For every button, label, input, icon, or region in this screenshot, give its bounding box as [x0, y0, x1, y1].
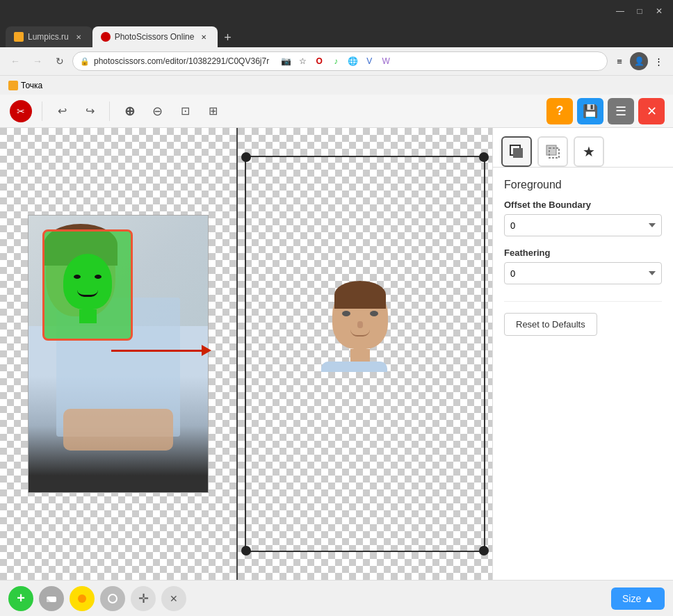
close-button[interactable]: ✕	[638, 98, 665, 124]
add-brush-button[interactable]: +	[8, 586, 33, 611]
size-button[interactable]: Size ▲	[611, 587, 665, 610]
corner-tr[interactable]	[479, 152, 489, 162]
corner-tl[interactable]	[241, 152, 251, 162]
arrow-line	[111, 350, 202, 352]
side-panel-content: Foreground Offset the Boundary 0 1 2 -1 …	[493, 168, 673, 580]
workspace: ★ Foreground Offset the Boundary 0 1 2 -…	[0, 128, 673, 580]
corner-br[interactable]	[479, 546, 489, 556]
side-panel: ★ Foreground Offset the Boundary 0 1 2 -…	[492, 128, 673, 580]
opera-icon[interactable]: O	[312, 54, 326, 68]
nav-bar: ← → ↻ 🔒 photoscissors.com/editor/1038229…	[0, 47, 673, 75]
panel-divider	[504, 301, 662, 302]
tab-photoscissors[interactable]: PhotoScissors Online ✕	[92, 26, 218, 47]
offset-label: Offset the Boundary	[504, 200, 662, 210]
sidebar-toggle[interactable]: ≡	[610, 52, 629, 70]
tab-foreground[interactable]	[501, 136, 532, 167]
side-panel-tabs: ★	[493, 128, 673, 168]
cancel-tool-button[interactable]: ✕	[161, 586, 186, 611]
toolbar-right: ? 💾 ☰ ✕	[546, 98, 665, 124]
new-tab-button[interactable]: +	[218, 28, 237, 47]
tab-background[interactable]	[537, 136, 568, 167]
zoom-actual-button[interactable]: ⊞	[202, 100, 224, 122]
menu-button[interactable]: ☰	[608, 98, 634, 124]
eraser-icon	[45, 592, 58, 605]
svg-text:✂: ✂	[17, 106, 25, 117]
move-button[interactable]: ✛	[131, 586, 156, 611]
scissors-favicon	[101, 32, 111, 42]
circle-brush-button[interactable]	[70, 586, 95, 611]
zoom-out-button[interactable]: ⊖	[146, 100, 168, 122]
maximize-button[interactable]: □	[631, 3, 648, 19]
app-container: ✂ ↩ ↪ ⊕ ⊖ ⊡ ⊞ ? 💾 ☰ ✕	[0, 95, 673, 616]
lock-icon: 🔒	[80, 57, 90, 66]
music-icon[interactable]: ♪	[329, 54, 343, 68]
bookmark-favicon	[8, 81, 18, 90]
zoom-fit-button[interactable]: ⊡	[174, 100, 196, 122]
lumpics-favicon	[14, 32, 24, 42]
tab-bar: Lumpics.ru ✕ PhotoScissors Online ✕ +	[0, 22, 673, 47]
toolbar: ✂ ↩ ↪ ⊕ ⊖ ⊡ ⊞ ? 💾 ☰ ✕	[0, 95, 673, 128]
redo-button[interactable]: ↪	[79, 100, 101, 122]
svg-point-9	[108, 594, 117, 603]
tab-photoscissors-label: PhotoScissors Online	[115, 32, 195, 42]
star-tab-icon: ★	[583, 143, 595, 160]
result-preview-panel	[238, 128, 492, 580]
profile-avatar[interactable]: 👤	[630, 52, 648, 70]
eraser-button[interactable]	[39, 586, 64, 611]
address-text: photoscissors.com/editor/10382291/C0QV36…	[94, 56, 269, 66]
undo-button[interactable]: ↩	[51, 100, 73, 122]
zoom-in-button[interactable]: ⊕	[118, 100, 140, 122]
circle-brush-icon	[76, 593, 88, 604]
circle-erase-icon	[107, 593, 118, 604]
section-title: Foreground	[504, 179, 662, 191]
address-bar[interactable]: 🔒 photoscissors.com/editor/10382291/C0QV…	[72, 51, 608, 71]
minimize-button[interactable]: —	[612, 3, 629, 19]
close-tab-lumpics[interactable]: ✕	[73, 31, 84, 42]
tab-lumpics-label: Lumpics.ru	[28, 32, 69, 42]
toolbar-divider-1	[42, 102, 42, 121]
tab-lumpics[interactable]: Lumpics.ru ✕	[6, 26, 92, 47]
app-logo: ✂	[8, 99, 33, 124]
offset-select[interactable]: 0 1 2 -1 -2	[504, 214, 662, 236]
help-button[interactable]: ?	[546, 98, 573, 124]
feathering-label: Feathering	[504, 248, 662, 258]
browser-menu[interactable]: ⋮	[649, 52, 667, 70]
selection-box	[42, 229, 133, 341]
background-tab-icon	[545, 144, 560, 159]
svg-point-8	[78, 594, 86, 603]
forward-button[interactable]: →	[28, 51, 47, 71]
screenshot-icon[interactable]: 📷	[279, 54, 293, 68]
svg-rect-3	[513, 148, 523, 158]
close-tab-scissors[interactable]: ✕	[198, 31, 209, 42]
face-cutout-result	[327, 286, 393, 370]
arrow-head	[202, 345, 211, 356]
tab-effects[interactable]: ★	[574, 136, 604, 167]
canvas-area[interactable]	[0, 128, 492, 580]
globe-icon[interactable]: 🌐	[346, 54, 359, 68]
corner-bl[interactable]	[241, 546, 251, 556]
circle-erase-button[interactable]	[100, 586, 125, 611]
bookmark-bar: Точка	[0, 75, 673, 95]
red-arrow-container	[111, 345, 211, 356]
back-button[interactable]: ←	[6, 51, 25, 71]
close-window-button[interactable]: ✕	[651, 3, 667, 19]
feathering-select[interactable]: 0 1 2 3	[504, 262, 662, 284]
reset-defaults-button[interactable]: Reset to Defaults	[504, 313, 597, 336]
star-icon[interactable]: ☆	[295, 54, 309, 68]
bookmark-label[interactable]: Точка	[21, 81, 42, 90]
save-button[interactable]: 💾	[577, 98, 603, 124]
toolbar-divider-2	[109, 102, 110, 121]
reload-button[interactable]: ↻	[50, 51, 70, 71]
red-arrow	[111, 345, 211, 356]
bottom-bar: + ✛ ✕ Size ▲	[0, 580, 673, 616]
svg-rect-4	[546, 145, 556, 155]
foreground-tab-icon	[509, 144, 524, 159]
wallet-icon[interactable]: W	[379, 54, 393, 68]
vpn-icon[interactable]: V	[362, 54, 376, 68]
title-bar: — □ ✕	[0, 0, 673, 22]
